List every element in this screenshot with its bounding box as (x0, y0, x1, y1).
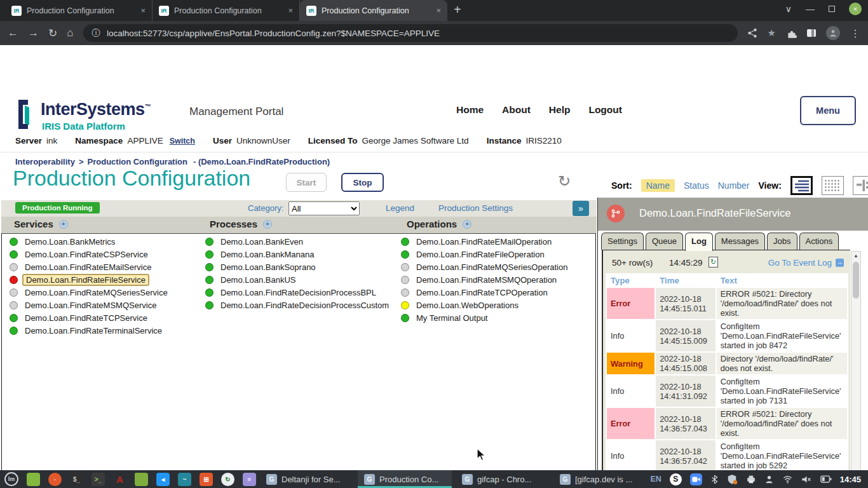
app-orange-icon[interactable]: ◦ (48, 473, 62, 486)
breadcrumb-production-configuration[interactable]: Production Configuration (88, 157, 187, 166)
config-item[interactable]: Demo.Loan.FindRateMQSeriesService (10, 286, 170, 299)
config-item[interactable]: Demo.Loan.FindRateFileOperation (401, 248, 570, 261)
tab-close-icon[interactable]: × (436, 6, 441, 15)
browser-tab[interactable]: IRProduction Configuration× (300, 0, 447, 21)
app-red-icon[interactable]: A (113, 473, 126, 486)
wifi-icon[interactable] (782, 475, 793, 484)
extensions-icon[interactable] (786, 28, 797, 39)
vertical-scroll-thumb[interactable] (853, 262, 859, 299)
language-indicator[interactable]: EN (650, 475, 661, 484)
video-app-icon[interactable] (690, 473, 702, 485)
start-button[interactable]: Start (286, 173, 327, 192)
legend-link[interactable]: Legend (386, 203, 414, 213)
tab-close-icon[interactable]: × (288, 6, 293, 15)
taskbar-window[interactable]: GProduction Co... (358, 470, 452, 488)
config-item[interactable]: Demo.Loan.BankMetrics (10, 235, 170, 248)
view-list-button[interactable] (790, 176, 813, 195)
side-panel-icon[interactable] (807, 29, 816, 37)
config-item[interactable]: Demo.Loan.FindRateDecisionProcessBPL (205, 286, 391, 299)
config-item[interactable]: Demo.Loan.BankManana (205, 248, 391, 261)
browser-menu-kebab-icon[interactable]: ⋮ (850, 27, 860, 39)
nav-about[interactable]: About (502, 104, 531, 116)
volume-muted-icon[interactable] (801, 475, 812, 484)
share-icon[interactable] (747, 28, 757, 38)
s-app-icon[interactable]: S (670, 473, 682, 485)
tab-list-chevron-icon[interactable]: ∨ (785, 4, 792, 14)
browser-tab[interactable]: IRProduction Configuration× (153, 0, 300, 21)
config-item[interactable]: Demo.Loan.FindRateMSMQOperation (401, 273, 570, 286)
config-item[interactable]: My Terminal Output (401, 311, 570, 324)
nav-help[interactable]: Help (549, 104, 571, 116)
window-maximize-button[interactable] (829, 6, 835, 12)
sort-option-status[interactable]: Status (684, 180, 709, 191)
site-info-icon[interactable]: ⓘ (92, 27, 101, 39)
go-to-event-log-link[interactable]: Go To Event Log → (768, 258, 844, 268)
battery-icon[interactable] (820, 475, 832, 484)
profile-avatar[interactable] (826, 26, 840, 40)
bluetooth-icon[interactable] (710, 474, 719, 485)
config-item[interactable]: Demo.Loan.FindRateMSMQService (10, 299, 170, 311)
config-item[interactable]: Demo.Loan.FindRateFileService (10, 273, 170, 286)
calculator-icon[interactable]: ⊞ (200, 473, 213, 486)
mint-menu-icon[interactable]: lm (4, 472, 18, 486)
taskbar-window[interactable]: Ggifcap - Chro... (456, 470, 550, 488)
menu-button[interactable]: Menu (800, 96, 856, 125)
config-item[interactable]: Demo.Loan.FindRateTerminalService (10, 324, 170, 337)
log-vertical-scrollbar[interactable]: ▲ ▼ (851, 251, 861, 488)
tab-jobs[interactable]: Jobs (767, 233, 797, 250)
config-item[interactable]: Demo.Loan.BankEven (205, 235, 391, 248)
window-minimize-button[interactable]: — (806, 4, 815, 14)
text-editor-icon[interactable]: ≡ (243, 473, 256, 486)
nav-logout[interactable]: Logout (588, 104, 622, 116)
reload-icon[interactable]: ↻ (48, 27, 57, 40)
browser-tab[interactable]: IRProduction Configuration× (5, 0, 153, 21)
tab-close-icon[interactable]: × (140, 6, 146, 15)
tab-queue[interactable]: Queue (646, 233, 683, 250)
bookmark-star-icon[interactable]: ★ (768, 27, 776, 39)
forward-icon[interactable]: → (28, 27, 39, 39)
sort-option-name[interactable]: Name (641, 179, 675, 192)
terminal-icon[interactable]: $_ (70, 473, 83, 486)
back-icon[interactable]: ← (8, 27, 18, 39)
namespace-switch-link[interactable]: Switch (170, 137, 195, 146)
config-item[interactable]: Demo.Loan.FindRateMQSeriesOperation (401, 261, 570, 273)
tab-actions[interactable]: Actions (799, 233, 839, 250)
stop-button[interactable]: Stop (341, 173, 384, 192)
file-manager-icon[interactable] (135, 473, 148, 486)
tab-settings[interactable]: Settings (601, 233, 644, 250)
config-item[interactable]: Demo.Loan.WebOperations (401, 299, 570, 311)
view-split-button[interactable] (853, 176, 868, 195)
config-item[interactable]: Demo.Loan.FindRateTCPService (10, 311, 170, 324)
config-item[interactable]: Demo.Loan.FindRateTCPOperation (401, 286, 570, 299)
config-item[interactable]: Demo.Loan.FindRateEMailOperation (401, 235, 570, 248)
add-services-icon[interactable]: + (59, 220, 68, 229)
breadcrumb-interoperability[interactable]: Interoperability (15, 157, 75, 166)
shield-icon[interactable] (727, 474, 738, 485)
vscode-icon[interactable]: ◄ (156, 473, 170, 486)
config-item[interactable]: Demo.Loan.BankUS (205, 273, 391, 286)
scroll-up-icon[interactable]: ▲ (851, 253, 860, 259)
wave-viewer-icon[interactable]: ~ (178, 473, 191, 486)
tab-messages[interactable]: Messages (715, 233, 765, 250)
user-icon[interactable] (764, 475, 774, 484)
terminal-root-icon[interactable]: >_ (92, 473, 105, 486)
config-item[interactable]: Demo.Loan.FindRateCSPService (10, 248, 170, 261)
taskbar-window[interactable]: GDeltanji for Se... (260, 470, 354, 488)
expand-panel-button[interactable]: » (573, 201, 589, 216)
production-settings-link[interactable]: Production Settings (438, 203, 513, 213)
files-icon[interactable] (27, 473, 40, 486)
category-select[interactable]: All (288, 201, 360, 215)
printer-icon[interactable] (746, 475, 756, 484)
new-tab-button[interactable]: + (454, 3, 461, 17)
taskbar-window[interactable]: G[gifcap.dev is ... (553, 470, 648, 488)
add-operations-icon[interactable]: + (463, 220, 471, 229)
address-bar[interactable]: ⓘ localhost:52773/csp/applive/EnsPortal.… (83, 24, 738, 42)
view-grid-button[interactable] (822, 176, 844, 195)
timeshift-icon[interactable]: ↻ (221, 473, 234, 486)
window-close-button[interactable]: × (849, 3, 862, 15)
config-item[interactable]: Demo.Loan.FindRateEMailService (10, 261, 170, 273)
sort-option-number[interactable]: Number (718, 180, 750, 191)
auto-refresh-icon[interactable]: ↻ (709, 257, 718, 268)
add-processes-icon[interactable]: + (263, 220, 272, 229)
nav-home[interactable]: Home (456, 104, 484, 116)
